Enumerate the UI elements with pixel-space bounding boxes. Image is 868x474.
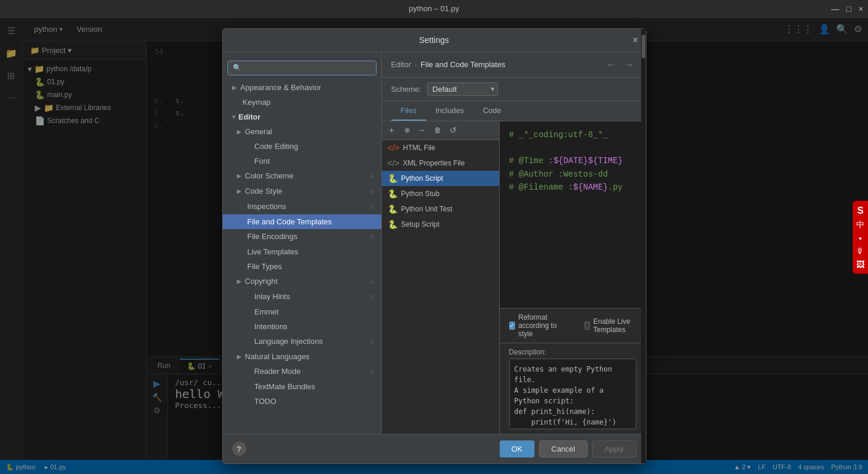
- template-python-script[interactable]: 🐍 Python Script: [382, 171, 499, 186]
- nav-reader-mode[interactable]: Reader Mode ≡: [223, 364, 381, 379]
- nav-emmet-label: Emmet: [255, 307, 279, 316]
- live-templates-checkbox[interactable]: [585, 321, 590, 330]
- template-python-unittest[interactable]: 🐍 Python Unit Test: [382, 201, 499, 217]
- nav-code-editing[interactable]: Code Editing: [223, 139, 381, 154]
- nav-font[interactable]: Font: [223, 154, 381, 168]
- copy-template-btn[interactable]: ⊕: [401, 124, 414, 137]
- breadcrumb-bar: Editor › File and Code Templates ← →: [382, 52, 646, 78]
- live-templates-option[interactable]: Enable Live Templates: [585, 317, 636, 334]
- nav-file-encodings-label: File Encodings: [247, 232, 298, 241]
- template-setup-script[interactable]: 🐍 Setup Script: [382, 217, 499, 232]
- nav-copyright[interactable]: ▶ Copyright ≡: [223, 274, 381, 289]
- breadcrumb-forward-btn[interactable]: →: [622, 58, 636, 71]
- window-controls[interactable]: — □ ×: [831, 4, 863, 14]
- nav-file-types[interactable]: File Types: [223, 259, 381, 274]
- nav-code-style[interactable]: ▶ Code Style ≡: [223, 184, 381, 199]
- tab-files[interactable]: Files: [391, 101, 426, 121]
- scheme-select[interactable]: Default Project: [427, 82, 498, 96]
- nav-file-encodings[interactable]: File Encodings ≡: [223, 229, 381, 244]
- tab-code[interactable]: Code: [473, 101, 510, 121]
- code-comment-1: # _*_coding:utf-8_*_: [509, 128, 608, 141]
- ide-layout: ☰ 📁 ⊞ ··· ⚙ python ▾ Version ⋮⋮⋮ 👤 🔍 ⚙ 📁: [0, 18, 868, 474]
- reformat-option[interactable]: ✓ Reformat according to style: [509, 313, 570, 338]
- description-section: Description: Creates an empty Python fil…: [500, 343, 646, 434]
- description-text: Creates an empty Python file.A simple ex…: [514, 365, 625, 429]
- reformat-checkbox[interactable]: ✓: [509, 321, 515, 330]
- dialog-close-button[interactable]: ×: [632, 35, 639, 45]
- nav-lang-injections-label: Language Injections: [255, 337, 323, 346]
- vertical-scrollbar[interactable]: [641, 121, 646, 434]
- csdn-s-label: S: [857, 205, 864, 216]
- html-file-icon: </>: [388, 143, 400, 153]
- tab-includes[interactable]: Includes: [426, 101, 473, 121]
- nav-color-scheme-badge: ≡: [369, 171, 374, 181]
- nav-code-style-label: Code Style: [245, 187, 283, 195]
- breadcrumb-nav: ← →: [605, 58, 636, 71]
- cancel-button[interactable]: Cancel: [539, 440, 588, 458]
- breadcrumb-back-btn[interactable]: ←: [605, 58, 619, 71]
- settings-nav: 🔍 ▶ Appearance & Behavior Keymap: [223, 52, 382, 434]
- nav-file-templates[interactable]: File and Code Templates: [223, 214, 381, 229]
- breadcrumb-current: File and Code Templates: [421, 60, 506, 69]
- template-python-stub[interactable]: 🐍 Python Stub: [382, 186, 499, 201]
- nav-code-style-badge: ≡: [369, 187, 374, 196]
- code-time-var: ${TIME}: [588, 154, 623, 167]
- template-list: + ⊕ − 🗑 ↺ </> HTML File: [382, 121, 500, 434]
- settings-dialog: Settings × 🔍 ▶ App: [222, 28, 646, 464]
- code-line-1: # _*_coding:utf-8_*_: [509, 128, 636, 141]
- dialog-overlay: Settings × 🔍 ▶ App: [0, 18, 868, 474]
- delete-template-btn[interactable]: 🗑: [431, 124, 444, 137]
- nav-inspections[interactable]: Inspections ≡: [223, 199, 381, 214]
- search-box[interactable]: 🔍: [227, 61, 377, 75]
- nav-textmate[interactable]: TextMate Bundles: [223, 379, 381, 394]
- template-setup-script-label: Setup Script: [401, 220, 440, 228]
- minimize-btn[interactable]: —: [831, 4, 839, 14]
- nav-natural-lang[interactable]: ▶ Natural Languages: [223, 349, 381, 364]
- nav-arrow-natural-lang: ▶: [237, 353, 242, 360]
- code-line-author: # @Author :Westos-dd: [509, 168, 636, 181]
- dialog-footer: ? OK Cancel Apply: [223, 434, 646, 463]
- nav-copyright-badge: ≡: [369, 277, 374, 286]
- reset-template-btn[interactable]: ↺: [447, 124, 460, 137]
- nav-arrow-color-scheme: ▶: [237, 173, 242, 179]
- nav-lang-injections[interactable]: Language Injections ≡: [223, 334, 381, 349]
- nav-inlay-hints[interactable]: Inlay Hints ≡: [223, 289, 381, 304]
- template-area: + ⊕ − 🗑 ↺ </> HTML File: [382, 121, 646, 434]
- csdn-widget[interactable]: S 中 • 🎙 🖼: [853, 201, 868, 274]
- nav-todo[interactable]: TODO: [223, 394, 381, 409]
- nav-general[interactable]: ▶ General: [223, 124, 381, 139]
- nav-appearance-label: Appearance & Behavior: [240, 83, 321, 92]
- scheme-select-wrap[interactable]: Default Project: [427, 82, 498, 96]
- template-html-file[interactable]: </> HTML File: [382, 140, 499, 155]
- apply-button[interactable]: Apply: [592, 440, 636, 458]
- template-xml-file[interactable]: </> XML Properties File: [382, 155, 499, 171]
- close-btn[interactable]: ×: [859, 4, 863, 14]
- nav-live-templates[interactable]: Live Templates: [223, 244, 381, 259]
- breadcrumb-separator: ›: [414, 60, 417, 69]
- search-input[interactable]: [244, 64, 371, 72]
- nav-editor[interactable]: ▾ Editor: [223, 110, 381, 124]
- title-bar: python – 01.py — □ ×: [0, 0, 868, 18]
- nav-color-scheme[interactable]: ▶ Color Scheme ≡: [223, 168, 381, 184]
- python-script-icon: 🐍: [388, 174, 398, 183]
- description-box: Creates an empty Python file.A simple ex…: [509, 359, 636, 429]
- code-filename-prefix: # @Filename :: [509, 181, 573, 194]
- nav-emmet[interactable]: Emmet: [223, 304, 381, 319]
- nav-keymap[interactable]: Keymap: [223, 95, 381, 110]
- maximize-btn[interactable]: □: [846, 4, 851, 14]
- add-template-btn[interactable]: +: [385, 124, 398, 137]
- remove-template-btn[interactable]: −: [416, 124, 429, 137]
- ok-button[interactable]: OK: [500, 440, 534, 458]
- code-area[interactable]: # _*_coding:utf-8_*_ # @Time : ${DATE} $…: [500, 121, 646, 308]
- dialog-right-content: Editor › File and Code Templates ← → Sch…: [382, 52, 646, 434]
- csdn-dot1: •: [859, 234, 862, 243]
- nav-arrow-copyright: ▶: [237, 278, 242, 284]
- code-line-filename: # @Filename : ${NAME} .py: [509, 181, 636, 194]
- nav-intentions[interactable]: Intentions: [223, 319, 381, 334]
- nav-todo-label: TODO: [255, 397, 276, 406]
- nav-inspections-badge: ≡: [369, 202, 374, 211]
- nav-code-editing-label: Code Editing: [255, 142, 298, 151]
- nav-file-templates-label: File and Code Templates: [247, 217, 332, 226]
- nav-appearance[interactable]: ▶ Appearance & Behavior: [223, 80, 381, 95]
- help-button[interactable]: ?: [232, 442, 246, 456]
